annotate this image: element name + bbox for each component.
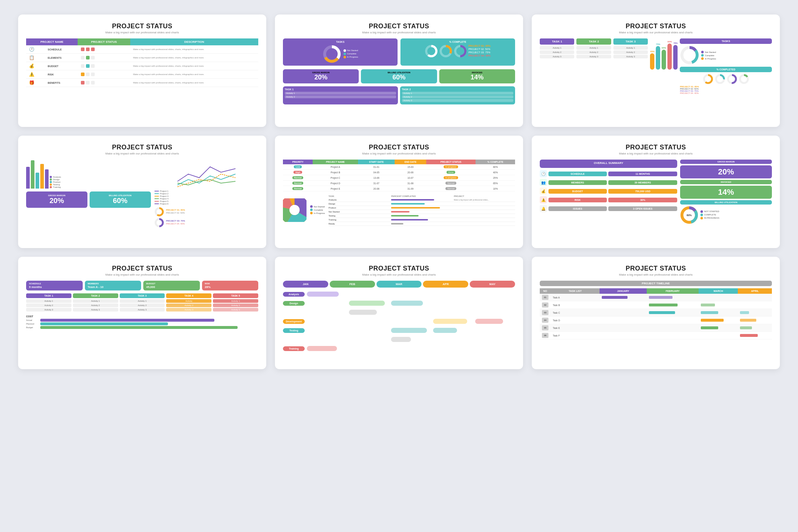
chart-right: Project 1 Project 2 Project 3 Project 4 …: [155, 160, 258, 229]
card-8: PROJECT STATUS Make a big impact with ou…: [275, 257, 523, 369]
task-2: TASK 2 Activity 1 Activity 2 Activity 3: [400, 86, 515, 104]
tasks-grid: TASK 1 Activity 1 Activity 2 Activity 3 …: [26, 293, 258, 312]
card-2-subtitle: Make a big impact with our professional …: [283, 31, 515, 34]
card-7-title: PROJECT STATUS: [26, 265, 258, 272]
pct-donut-1: [703, 74, 713, 84]
card-5-subtitle: Make a big impact with our professional …: [283, 152, 515, 155]
card-5: PROJECT STATUS Make a big impact with ou…: [275, 136, 523, 248]
pct-donut-4: [739, 74, 749, 84]
desc-cell: Make a big impact with professional slid…: [130, 45, 258, 54]
bar-5: [45, 169, 49, 189]
card-9: PROJECT STATUS Make a big impact with ou…: [532, 257, 780, 369]
status-cell: [78, 45, 130, 54]
card-3-subtitle: Make a big impact with our professional …: [540, 31, 772, 34]
table-row: 💰 BUDGET Make a big impact with professi…: [26, 62, 258, 70]
list-item: Product: [329, 206, 515, 210]
budget-box: BUDGET 45,000: [143, 281, 200, 290]
stats-row: GROSS MARGIN 20% BILLING UTILIZATION 60%…: [283, 69, 515, 83]
therm-3: 65%: [662, 47, 666, 70]
schedule-row: 🕐 SCHEDULE 11 MONTHS: [540, 170, 677, 177]
row-label: ELEMENTS: [45, 54, 78, 62]
task-columns: TASK 1 Activity 1 Activity 2 Activity 3 …: [540, 38, 678, 71]
priority-badge: High: [293, 171, 302, 174]
percent-items: PROJECT 01: 85% PROJECT 02: 50% PROJECT …: [468, 45, 490, 58]
billing-stat: BILLING UTILIZATION 60%: [361, 69, 437, 83]
card-8-subtitle: Make a big impact with our professional …: [283, 273, 515, 276]
donut-chart-1: [322, 45, 341, 63]
table-row: 05 Task E: [540, 324, 772, 332]
tasks-donut: [680, 45, 700, 65]
table-row: High Project B04-0520-06 Done 40%: [283, 170, 515, 175]
col-header-project-name: PROJECT NAME: [26, 38, 78, 45]
members-row: 👥 MEMBERS 39 MEMBERS: [540, 179, 677, 186]
summary-right: GROSS MARGIN 20% INVOICED 14% BILLING UT…: [680, 160, 772, 224]
desc-cell: Make a big impact with professional slid…: [130, 79, 258, 87]
card-1-table: PROJECT NAME PROJECT STATUS DESCRIPTION …: [26, 38, 258, 87]
list-item: Testing: [329, 214, 515, 218]
tasks-box: TASKS Not Started Complete In Progress: [283, 38, 398, 66]
therm-2: 75%: [656, 43, 660, 70]
status-badge: In progress: [444, 165, 458, 168]
bar-2: [31, 160, 34, 189]
card-2-top-section: TASKS Not Started Complete In Progress %: [283, 38, 515, 66]
icon-cell: 📋: [26, 54, 45, 62]
main-grid: PROJECT STATUS Make a big impact with ou…: [18, 15, 780, 369]
th-project: PROJECT NAME: [313, 160, 358, 164]
month-mar: MAR: [377, 281, 422, 288]
invoiced-stat: INVOICED 14%: [439, 69, 515, 83]
table-row: 04 Task D: [540, 317, 772, 324]
icon-cell: ⚠️: [26, 70, 45, 79]
overall-box: OVERALL SUMMARY: [540, 160, 677, 168]
list-item: Analysis Make a big impact with professi…: [329, 198, 515, 202]
complete-box: % COMPLETE PROJECT 01: 8: [400, 38, 515, 66]
pct-donut-2: [715, 74, 725, 84]
tasks-donut-legend: Not Started Complete In Progress: [701, 51, 716, 60]
table-row: Normal Project C13-0610-07 In progress 2…: [283, 175, 515, 181]
icon-cell: 🕐: [26, 45, 45, 54]
table-row: 📋 ELEMENTS Make a big impact with profes…: [26, 54, 258, 62]
stats: GROSS MARGIN 20% BILLING UTILIZATION 60%: [26, 191, 151, 208]
priority-table: PRIORITY PROJECT NAME START DATE END DAT…: [283, 160, 515, 191]
pct-labels: PROJECT 01: 85% PROJECT 02: 50% PROJECT …: [680, 86, 772, 94]
chart-left: Analysis Design Product Testing Training…: [26, 160, 151, 229]
timeline-label: PROJECT TIMELINE: [540, 281, 772, 286]
task-bars: TASK PERCENT COMPLETED PROJECT Analysis …: [329, 194, 515, 226]
table-row: 06 Task F: [540, 332, 772, 339]
thermometers: 45% 75% 65%: [650, 38, 678, 71]
donut-p1: [425, 45, 438, 58]
complete-label: % COMPLETE: [403, 41, 512, 43]
pie-mini-2: [155, 218, 164, 227]
task-col-3: TASK 3 Activity 1 Activity 2 Activity 3: [120, 293, 165, 312]
task-col-1: TASK 1 Activity 1 Activity 2 Activity 3: [540, 38, 574, 71]
card-9-subtitle: Make a big impact with our professional …: [540, 273, 772, 276]
card-9-title: PROJECT STATUS: [540, 265, 772, 272]
list-item: Budget: [26, 326, 258, 329]
list-item: Planned: [26, 322, 258, 325]
row-label: BUDGET: [45, 62, 78, 70]
invoiced-label-box: INVOICED: [680, 180, 772, 184]
task-col-4: TASK 4 Activity Activity 2 Activity 3: [166, 293, 211, 312]
list-item: Actual: [26, 319, 258, 322]
task-col-5: TASK 5 Activity 1 Activity 2 Activity 3: [213, 293, 258, 312]
priority-badge: Normal: [292, 176, 304, 179]
project-pcts: PROJECT 01: 85% PROJECT 02: 50% PROJECT …: [155, 207, 258, 227]
th-feb: FEBRUARY: [647, 288, 699, 294]
gross-margin-value: 20%: [680, 165, 772, 178]
risk-row: ⚠️ RISK 30%: [540, 196, 677, 203]
bar-4: [40, 164, 44, 189]
row-label: BENEFITS: [45, 79, 78, 87]
desc-cell: Make a big impact with professional slid…: [130, 62, 258, 70]
billing-label-box: BILLING UTILIZATION: [680, 200, 772, 205]
priority-badge: Normal: [292, 182, 304, 185]
card-8-title: PROJECT STATUS: [283, 265, 515, 272]
task-col-3: TASK 3 Activity 1 Activity 2 Activity 3: [613, 38, 648, 71]
list-item: Testing: [283, 327, 515, 334]
list-item: Analysis: [283, 290, 515, 298]
month-headers: JAN FEB MAR APR MAY: [283, 281, 515, 288]
status-cell: [78, 62, 130, 70]
card-4-title: PROJECT STATUS: [26, 144, 258, 151]
list-item: -: [283, 336, 515, 343]
svg-text:60%: 60%: [687, 214, 692, 216]
table-row: Normal Project E20-0831-09 Normal 10%: [283, 186, 515, 191]
pct-donut-3: [727, 74, 737, 84]
